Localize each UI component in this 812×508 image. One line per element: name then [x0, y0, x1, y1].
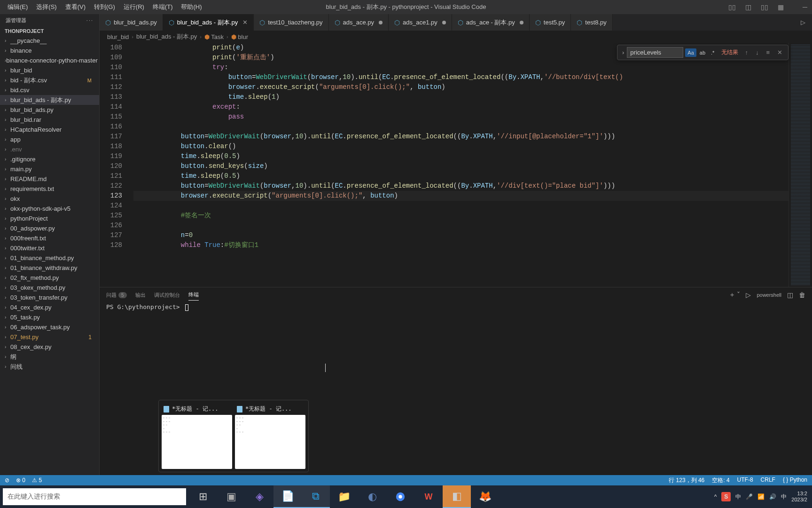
taskbar-preview-thumb[interactable]: *无标题 - 记...— — —— — —— ——— — — [235, 403, 305, 469]
ime-indicator[interactable]: S [721, 492, 731, 501]
panel-tab[interactable]: 调试控制台 [154, 290, 180, 301]
task-view-icon[interactable]: ⊞ [189, 485, 217, 508]
find-prev-icon[interactable]: ↑ [743, 48, 750, 57]
tray-chevron-icon[interactable]: ^ [714, 493, 717, 500]
eol-status[interactable]: CRLF [761, 476, 775, 484]
find-close-icon[interactable]: ✕ [775, 48, 784, 57]
breadcrumb-item[interactable]: ⬢ blur [231, 33, 248, 40]
breadcrumb[interactable]: blur_bid›blur_bid_ads - 副本.py›⬢ Task›⬢ b… [100, 31, 812, 43]
tree-item[interactable]: ›08_cex_dex.py [0, 342, 99, 352]
minimap[interactable] [789, 43, 812, 287]
clock[interactable]: 13:2 2023/2 [791, 491, 807, 503]
tree-item[interactable]: ›00_adspower.py [0, 223, 99, 233]
chrome-app-icon[interactable] [386, 485, 414, 508]
tree-item[interactable]: ›06_adspower_task.py [0, 322, 99, 332]
tree-item[interactable]: ›纲 [0, 352, 99, 362]
indent-status[interactable]: 空格: 4 [712, 476, 729, 484]
code-editor[interactable]: 1081091101111121131141151161171181191201… [100, 43, 812, 287]
menu-item[interactable]: 选择(S) [32, 1, 60, 13]
editor-tab[interactable]: ⬡test10_tiaozheng.py [254, 14, 328, 31]
tree-item[interactable]: ›binance-connector-python-master [0, 56, 99, 65]
menu-item[interactable]: 运行(R) [120, 1, 148, 13]
layout-secondary-icon[interactable]: ▯▯ [760, 2, 769, 12]
error-count[interactable]: ⊗ 0 [16, 477, 25, 484]
more-tabs-icon[interactable]: ▷ [801, 19, 805, 26]
layout-customize-icon[interactable]: ▦ [777, 2, 785, 12]
terminal-body[interactable]: PS G:\pythonproject> *无标题 - 记...— — —— —… [100, 302, 812, 475]
tree-item[interactable]: ›requirements.txt [0, 184, 99, 194]
code-content[interactable]: print(e) print('重新点击') try: button=WebDr… [133, 43, 789, 287]
editor-tab[interactable]: ⬡test5.py [530, 14, 571, 31]
tree-item[interactable]: ›blur_bid.rar [0, 115, 99, 125]
menu-item[interactable]: 帮助(H) [177, 1, 205, 13]
vscode-app-icon[interactable]: ⧉ [302, 485, 330, 508]
lang-indicator-2[interactable]: 中 [781, 493, 787, 501]
tree-item[interactable]: ›app [0, 135, 99, 144]
breadcrumb-item[interactable]: ⬢ Task [204, 33, 224, 40]
tree-item[interactable]: ›02_ftx_method.py [0, 273, 99, 283]
panel-tab[interactable]: 问题5 [106, 290, 127, 301]
terminal-profile-icon[interactable]: ▷ [746, 291, 751, 299]
taskbar-preview-thumb[interactable]: *无标题 - 记...— — —— — —— ——— — — [162, 403, 232, 469]
kill-terminal-icon[interactable]: 🗑 [799, 291, 805, 299]
tree-item[interactable]: ›bid.csv [0, 85, 99, 95]
metamask-app-icon[interactable]: 🦊 [471, 485, 499, 508]
close-tab-icon[interactable]: ✕ [242, 19, 248, 26]
tree-item[interactable]: ›okx [0, 194, 99, 204]
panel-tab[interactable]: 终端 [188, 289, 199, 301]
editor-tab[interactable]: ⬡test8.py [571, 14, 613, 31]
tree-item[interactable]: ›blur_bid_ads - 副本.py [0, 95, 99, 105]
tree-item[interactable]: ›01_binance_withdraw.py [0, 263, 99, 273]
tree-item[interactable]: ›000twitter.txt [0, 243, 99, 253]
split-terminal-icon[interactable]: ◫ [787, 291, 793, 299]
tree-item[interactable]: ›.env [0, 144, 99, 154]
match-case-toggle[interactable]: Aa [685, 48, 696, 57]
app1-icon[interactable]: ◈ [245, 485, 273, 508]
tree-item[interactable]: ›blur_bid [0, 65, 99, 75]
find-input[interactable] [627, 47, 683, 58]
project-name[interactable]: THONPROJECT [0, 26, 99, 36]
explorer-app-icon[interactable]: 📁 [330, 485, 358, 508]
tree-item[interactable]: ›04_cex_dex.py [0, 302, 99, 312]
volume-icon[interactable]: 🔊 [769, 493, 776, 500]
tree-item[interactable]: ›README.md [0, 174, 99, 184]
tree-item[interactable]: ›blur_bid_ads.py [0, 105, 99, 115]
tree-item[interactable]: ›000freenft.txt [0, 233, 99, 243]
breadcrumb-item[interactable]: blur_bid [107, 33, 129, 40]
tree-item[interactable]: ›01_binance_method.py [0, 253, 99, 263]
menu-item[interactable]: 编辑(E) [4, 1, 31, 13]
whole-word-toggle[interactable]: ab [697, 48, 708, 57]
mic-icon[interactable]: 🎤 [746, 493, 753, 500]
warning-count[interactable]: ⚠ 5 [32, 477, 42, 484]
find-toggle-replace-icon[interactable]: › [619, 47, 627, 58]
remote-indicator[interactable]: ⊘ [5, 477, 9, 484]
minimize-button[interactable]: ─ [802, 2, 808, 12]
menu-item[interactable]: 终端(T) [149, 1, 177, 13]
tree-item[interactable]: ›07_test.py1 [0, 332, 99, 342]
tree-item[interactable]: ›main.py [0, 164, 99, 174]
terminal-app-icon[interactable]: ▣ [217, 485, 245, 508]
tree-item[interactable]: ›bid - 副本.csvM [0, 75, 99, 85]
app3-icon[interactable]: ◧ [443, 485, 471, 508]
language-mode[interactable]: { } Python [783, 476, 807, 484]
network-icon[interactable]: 📶 [757, 493, 765, 500]
more-icon[interactable]: ··· [86, 17, 94, 23]
editor-tab[interactable]: ⬡blur_bid_ads.py [100, 14, 163, 31]
editor-tab[interactable]: ⬡ads_ace1.py [389, 14, 452, 31]
layout-primary-icon[interactable]: ▯▯ [727, 2, 737, 12]
panel-tab[interactable]: 输出 [135, 290, 146, 301]
find-selection-icon[interactable]: ≡ [764, 48, 772, 57]
new-terminal-icon[interactable]: ＋ ˅ [729, 291, 741, 299]
notepad-app-icon[interactable]: 📄 [273, 485, 302, 508]
cursor-position[interactable]: 行 123，列 46 [669, 476, 704, 484]
wps-app-icon[interactable]: W [414, 485, 443, 508]
lang-indicator-1[interactable]: 中 [735, 493, 741, 501]
editor-tab[interactable]: ⬡ads_ace - 副本.py [452, 14, 530, 31]
tree-item[interactable]: ›okx-python-sdk-api-v5 [0, 204, 99, 214]
windows-search-box[interactable]: 在此键入进行搜索 [3, 488, 186, 505]
tree-item[interactable]: ›05_task.py [0, 312, 99, 322]
editor-tab[interactable]: ⬡ads_ace.py [329, 14, 389, 31]
tree-item[interactable]: ›HCaptchaResolver [0, 125, 99, 135]
layout-panel-icon[interactable]: ◫ [744, 2, 752, 12]
tree-item[interactable]: ›03_token_transfer.py [0, 293, 99, 302]
